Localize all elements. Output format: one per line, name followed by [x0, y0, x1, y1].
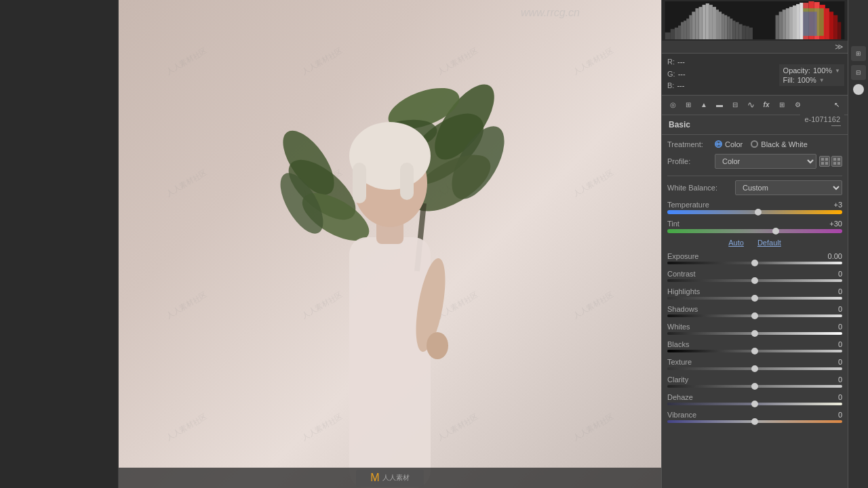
- whites-track[interactable]: [667, 332, 842, 335]
- section-divider-1: [667, 176, 842, 176]
- wb-select[interactable]: Custom As Shot Auto Daylight Cloudy Shad…: [735, 180, 842, 195]
- svg-rect-64: [800, 3, 803, 39]
- radio-bw[interactable]: Black & White: [751, 140, 807, 148]
- svg-rect-51: [732, 21, 735, 39]
- tint-thumb[interactable]: [772, 228, 779, 235]
- exposure-label: Exposure: [667, 252, 698, 260]
- vibrance-thumb[interactable]: [751, 418, 758, 425]
- expand-icon[interactable]: ≫: [835, 42, 844, 52]
- whites-thumb[interactable]: [751, 330, 758, 337]
- opacity-dropdown[interactable]: ▼: [835, 68, 840, 74]
- svg-rect-23: [678, 26, 681, 39]
- svg-rect-26: [686, 18, 689, 39]
- tint-track[interactable]: [667, 229, 842, 233]
- dehaze-thumb[interactable]: [751, 401, 758, 407]
- slider-row-highlights: Highlights0: [667, 287, 842, 300]
- svg-rect-42: [829, 12, 833, 39]
- svg-rect-21: [671, 29, 675, 39]
- vibrance-track[interactable]: [667, 420, 842, 423]
- clarity-track[interactable]: [667, 385, 842, 388]
- panel-content[interactable]: Treatment: Color Black & White: [662, 135, 848, 488]
- slider-row-texture: Texture0: [667, 358, 842, 370]
- auto-button[interactable]: Auto: [728, 239, 744, 247]
- tool-icon-1[interactable]: ◎: [666, 98, 679, 112]
- wb-row: White Balance: Custom As Shot Auto Dayli…: [667, 180, 842, 195]
- auto-default-row: Auto Default: [667, 239, 842, 247]
- shadows-label: Shadows: [667, 305, 698, 313]
- svg-rect-20: [665, 33, 671, 39]
- dehaze-track[interactable]: [667, 403, 842, 405]
- svg-rect-52: [735, 22, 738, 39]
- texture-track[interactable]: [667, 367, 842, 370]
- fill-value: 100%: [797, 76, 816, 84]
- svg-point-18: [427, 332, 448, 359]
- svg-rect-43: [833, 15, 837, 39]
- profile-icons: [819, 156, 842, 167]
- clarity-label: Clarity: [667, 375, 688, 384]
- texture-thumb[interactable]: [751, 365, 758, 372]
- vibrance-value: 0: [818, 411, 842, 419]
- highlights-thumb[interactable]: [751, 295, 758, 302]
- tint-row: Tint +30: [667, 220, 842, 233]
- fr-icon-2[interactable]: ⊟: [851, 65, 866, 80]
- g-label: G:: [667, 68, 675, 81]
- profile-select[interactable]: Color: [715, 154, 816, 169]
- tool-icon-wave[interactable]: ∿: [744, 98, 757, 112]
- svg-rect-16: [400, 163, 414, 200]
- temperature-thumb[interactable]: [755, 209, 762, 216]
- svg-rect-57: [776, 15, 779, 39]
- profile-icon-1[interactable]: [819, 156, 830, 167]
- temperature-track[interactable]: [667, 210, 842, 214]
- svg-rect-54: [743, 26, 746, 39]
- tint-label: Tint: [667, 220, 679, 228]
- fr-icon-1[interactable]: ⊞: [851, 46, 866, 61]
- blacks-thumb[interactable]: [751, 348, 758, 354]
- contrast-track[interactable]: [667, 279, 842, 282]
- tool-icon-fx[interactable]: fx: [760, 98, 773, 112]
- shadows-track[interactable]: [667, 314, 842, 317]
- highlights-value: 0: [818, 287, 842, 296]
- radio-color-label: Color: [725, 140, 743, 148]
- histogram-area: [662, 0, 848, 41]
- svg-rect-72: [837, 162, 840, 165]
- svg-rect-29: [695, 8, 698, 39]
- tool-icon-4[interactable]: ▬: [713, 98, 726, 112]
- svg-rect-70: [837, 158, 840, 161]
- app-container: 人人素材社区 人人素材社区 人人素材社区 人人素材社区 人人素材社区 人人素材社…: [0, 0, 868, 488]
- svg-rect-27: [689, 15, 692, 39]
- tool-icon-mountain[interactable]: ▲: [697, 98, 711, 112]
- fr-icon-circle[interactable]: [853, 84, 864, 95]
- blacks-track[interactable]: [667, 350, 842, 352]
- bottom-logo: M 人人素材: [356, 470, 424, 487]
- svg-rect-61: [789, 7, 793, 39]
- svg-rect-33: [709, 5, 713, 39]
- exposure-thumb[interactable]: [751, 260, 758, 266]
- clarity-thumb[interactable]: [751, 383, 758, 390]
- shadows-value: 0: [818, 305, 842, 313]
- fill-dropdown[interactable]: ▼: [819, 77, 825, 83]
- tool-icon-2[interactable]: ⊞: [682, 98, 695, 112]
- svg-rect-60: [786, 8, 789, 39]
- left-panel: [0, 0, 119, 488]
- temperature-value: +3: [818, 201, 842, 209]
- svg-rect-46: [719, 12, 722, 39]
- profile-icon-2[interactable]: [831, 156, 842, 167]
- texture-label: Texture: [667, 358, 692, 366]
- contrast-thumb[interactable]: [751, 277, 758, 284]
- profile-row: Profile: Color: [667, 154, 842, 169]
- shadows-thumb[interactable]: [751, 312, 758, 319]
- panel-title: Basic: [669, 120, 690, 129]
- tool-icon-grid[interactable]: ⊞: [775, 98, 789, 112]
- slider-row-clarity: Clarity0: [667, 375, 842, 388]
- default-button[interactable]: Default: [757, 239, 781, 247]
- radio-color[interactable]: Color: [715, 140, 743, 148]
- highlights-track[interactable]: [667, 297, 842, 300]
- svg-rect-66: [825, 158, 828, 161]
- tool-icon-5[interactable]: ⊟: [728, 98, 742, 112]
- svg-rect-15: [353, 163, 366, 203]
- exposure-track[interactable]: [667, 262, 842, 264]
- blacks-value: 0: [818, 340, 842, 348]
- dehaze-value: 0: [818, 393, 842, 401]
- tool-icon-gear[interactable]: ⚙: [791, 98, 804, 112]
- contrast-value: 0: [818, 270, 842, 278]
